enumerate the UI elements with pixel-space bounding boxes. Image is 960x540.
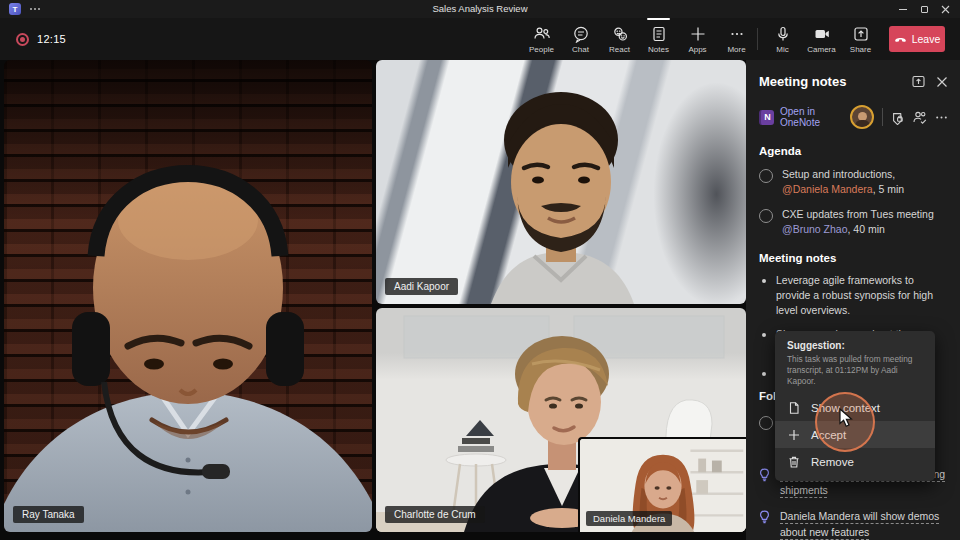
share-button[interactable]: Share: [841, 18, 880, 60]
notes-button[interactable]: Notes: [639, 18, 678, 60]
note-item: Leverage agile frameworks to provide a r…: [762, 273, 948, 318]
camera-button[interactable]: Camera: [802, 18, 841, 60]
people-label: People: [529, 45, 554, 54]
plus-icon: [787, 428, 801, 442]
bullet-icon: [762, 333, 766, 337]
titlebar: T Sales Analysis Review: [0, 0, 960, 18]
participant-video-ray: [4, 60, 372, 532]
meeting-toolbar: 12:15 People Chat: [0, 18, 960, 60]
apps-button[interactable]: Apps: [678, 18, 717, 60]
video-tile-ray-tanaka[interactable]: Ray Tanaka: [4, 60, 372, 532]
react-icon: [611, 25, 629, 43]
minimize-button[interactable]: [892, 0, 914, 18]
mention-bruno[interactable]: @Bruno Zhao: [782, 223, 848, 235]
chat-button[interactable]: Chat: [561, 18, 600, 60]
task-link[interactable]: Daniela Mandera will show demos about ne…: [780, 508, 950, 540]
notes-icon: [650, 25, 668, 43]
suggestion-title: Suggestion:: [775, 340, 935, 351]
bullet-icon: [762, 372, 766, 376]
remove-label: Remove: [811, 456, 854, 468]
tag-lock-icon: [890, 110, 905, 125]
agenda-text: Setup and introductions,: [782, 168, 895, 180]
agenda-checkbox[interactable]: [759, 169, 773, 183]
toolbar-divider: [757, 28, 758, 50]
notes-label: Notes: [648, 45, 669, 54]
react-button[interactable]: React: [600, 18, 639, 60]
close-panel-button[interactable]: [936, 76, 948, 88]
video-tile-aadi-kapoor[interactable]: Aadi Kapoor: [376, 60, 746, 304]
remove-menu-item[interactable]: Remove: [775, 448, 935, 475]
leave-label: Leave: [912, 33, 941, 45]
trash-icon: [787, 455, 801, 469]
people-button[interactable]: People: [522, 18, 561, 60]
onenote-icon: N: [759, 110, 774, 125]
name-tag: Daniela Mandera: [586, 511, 672, 526]
maximize-button[interactable]: [913, 0, 935, 18]
suggested-task: Daniela Mandera will show demos about ne…: [757, 508, 950, 540]
leave-button[interactable]: Leave: [889, 26, 945, 52]
attendees-sync-button[interactable]: [912, 110, 928, 125]
agenda-suffix: , 40 min: [848, 223, 885, 235]
video-tile-charlotte-de-crum[interactable]: Charlotte de Crum Daniela M: [376, 308, 746, 532]
mic-icon: [774, 25, 792, 43]
mic-button[interactable]: Mic: [763, 18, 802, 60]
close-window-button[interactable]: [934, 0, 956, 18]
more-icon: [728, 25, 746, 43]
mic-label: Mic: [776, 45, 788, 54]
more-label: More: [727, 45, 745, 54]
share-label: Share: [850, 45, 871, 54]
agenda-suffix: , 5 min: [873, 183, 905, 195]
window-title: Sales Analysis Review: [0, 0, 960, 18]
agenda-text: CXE updates from Tues meeting: [782, 208, 934, 220]
mouse-cursor-icon: [838, 408, 856, 428]
agenda-checkbox[interactable]: [759, 209, 773, 223]
chat-icon: [572, 25, 590, 43]
share-icon: [852, 25, 870, 43]
task-checkbox[interactable]: [759, 416, 773, 430]
more-button[interactable]: More: [717, 18, 756, 60]
people-check-icon: [912, 110, 928, 125]
apps-label: Apps: [688, 45, 706, 54]
lightbulb-icon: [757, 509, 772, 524]
mention-daniela[interactable]: @Daniela Mandera: [782, 183, 873, 195]
chat-label: Chat: [572, 45, 589, 54]
avatar[interactable]: [850, 105, 874, 129]
participant-video-aadi: [376, 60, 746, 304]
lightbulb-icon: [757, 467, 772, 482]
apps-plus-icon: [689, 25, 707, 43]
video-tile-daniela-mandera[interactable]: Daniela Mandera: [578, 437, 746, 532]
recording-indicator: 12:15: [16, 18, 66, 60]
bullet-icon: [762, 279, 766, 283]
record-icon: [16, 33, 29, 46]
notes-heading: Meeting notes: [759, 252, 948, 264]
suggestion-description: This task was pulled from meeting transc…: [775, 351, 935, 394]
name-tag: Aadi Kapoor: [385, 278, 458, 295]
name-tag: Charlotte de Crum: [385, 506, 485, 523]
agenda-item: CXE updates from Tues meeting @Bruno Zha…: [759, 207, 948, 237]
panel-more-button[interactable]: [935, 111, 948, 124]
divider: [882, 108, 883, 126]
camera-icon: [813, 25, 831, 43]
note-text: Leverage agile frameworks to provide a r…: [776, 273, 948, 318]
popout-icon: [911, 74, 926, 89]
more-icon: [935, 111, 948, 124]
teams-meeting-window: T Sales Analysis Review 12:15 People: [0, 0, 960, 540]
notes-active-indicator: [647, 18, 670, 20]
camera-label: Camera: [807, 45, 835, 54]
people-icon: [533, 25, 551, 43]
popout-panel-button[interactable]: [911, 74, 926, 89]
meeting-timer: 12:15: [37, 33, 66, 45]
agenda-item: Setup and introductions, @Daniela Mander…: [759, 167, 948, 197]
react-label: React: [609, 45, 630, 54]
agenda-heading: Agenda: [759, 145, 948, 157]
document-icon: [787, 401, 801, 415]
panel-title: Meeting notes: [759, 74, 901, 89]
sensitivity-tag-button[interactable]: [890, 110, 905, 125]
name-tag: Ray Tanaka: [13, 506, 84, 523]
hangup-icon: [894, 33, 907, 46]
open-in-onenote-link[interactable]: Open in OneNote: [780, 106, 850, 128]
close-icon: [936, 76, 948, 88]
video-stage: Ray Tanaka Aadi Kapoor: [0, 60, 746, 540]
